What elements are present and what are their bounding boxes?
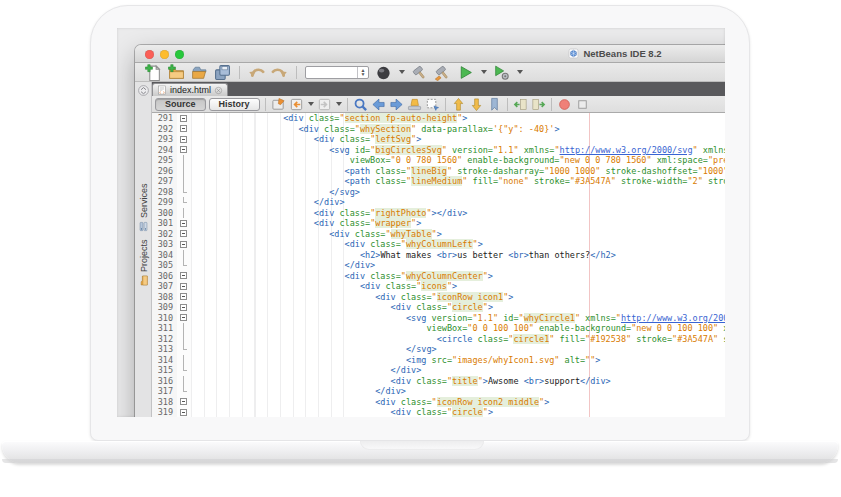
- fold-toggle-icon[interactable]: [177, 124, 191, 135]
- dropdown-caret-icon[interactable]: [308, 102, 314, 106]
- fold-toggle-icon[interactable]: [177, 302, 191, 313]
- history-view-button[interactable]: History: [209, 98, 260, 111]
- next-bookmark-icon[interactable]: [469, 97, 484, 112]
- fold-toggle-icon[interactable]: [177, 271, 191, 282]
- code-line: 306 <div class="whyColumnCenter">: [152, 271, 725, 282]
- last-edit-icon[interactable]: [271, 97, 286, 112]
- clean-build-icon[interactable]: [434, 64, 451, 81]
- line-number: 316: [152, 376, 177, 387]
- fold-toggle-icon[interactable]: [177, 407, 191, 417]
- fold-toggle-icon[interactable]: [177, 313, 191, 324]
- code-line: 318 <div class="iconRow icon2 middle">: [152, 397, 725, 408]
- window-content: Services Projects index.html: [135, 82, 725, 417]
- shift-left-icon[interactable]: [513, 97, 528, 112]
- sidebar-tab-label: Projects: [139, 239, 149, 272]
- code-text: <path class="lineBig" stroke-dasharray="…: [191, 166, 725, 177]
- redo-icon[interactable]: [271, 64, 288, 81]
- code-line: 313 </svg>: [152, 344, 725, 355]
- fold-guide: [177, 365, 191, 376]
- code-line: 315 </div>: [152, 365, 725, 376]
- toggle-bookmark-icon[interactable]: [487, 97, 502, 112]
- toolbar-separator: [445, 98, 446, 111]
- fold-guide: [177, 355, 191, 366]
- fold-guide: [177, 155, 191, 166]
- line-number: 310: [152, 313, 177, 324]
- fold-guide: [177, 260, 191, 271]
- code-text: <div class="rightPhoto"></div>: [191, 208, 725, 219]
- toolbar-separator: [551, 98, 552, 111]
- line-number: 302: [152, 229, 177, 240]
- sidebar-tab-services[interactable]: Services: [136, 183, 151, 232]
- run-project-icon[interactable]: [457, 64, 474, 81]
- window-menu-icon[interactable]: [137, 84, 150, 97]
- shift-right-icon[interactable]: [531, 97, 546, 112]
- line-number: 296: [152, 166, 177, 177]
- fold-toggle-icon[interactable]: [177, 397, 191, 408]
- previous-bookmark-icon[interactable]: [451, 97, 466, 112]
- code-line: 300 <div class="rightPhoto"></div>: [152, 208, 725, 219]
- code-line: 308 <div class="iconRow icon1">: [152, 292, 725, 303]
- code-text: <div class="whyColumnCenter">: [191, 271, 725, 282]
- code-text: <div class="icons">: [191, 281, 725, 292]
- open-project-icon[interactable]: [191, 64, 208, 81]
- deploy-icon[interactable]: [375, 64, 392, 81]
- find-next-icon[interactable]: [389, 97, 404, 112]
- toggle-highlight-icon[interactable]: [407, 97, 422, 112]
- record-macro-icon[interactable]: [557, 97, 572, 112]
- fold-toggle-icon[interactable]: [177, 145, 191, 156]
- line-number: 305: [152, 260, 177, 271]
- toolbar-separator: [296, 66, 297, 79]
- projects-icon: [138, 275, 149, 286]
- tab-label: index.html: [170, 85, 211, 95]
- stop-macro-icon[interactable]: [575, 97, 590, 112]
- fold-guide: [177, 197, 191, 208]
- line-number: 300: [152, 208, 177, 219]
- line-number: 317: [152, 386, 177, 397]
- rectangular-selection-icon[interactable]: [425, 97, 440, 112]
- dropdown-caret-icon[interactable]: [517, 70, 523, 74]
- sidebar-tab-projects[interactable]: Projects: [136, 239, 151, 286]
- code-line: 305 </div>: [152, 260, 725, 271]
- code-line: 293 <div class="leftSvg">: [152, 134, 725, 145]
- code-line: 294 <svg id="bigCirclesSvg" version="1.1…: [152, 145, 725, 156]
- forward-icon[interactable]: [317, 97, 332, 112]
- dropdown-caret-icon[interactable]: [336, 102, 342, 106]
- configuration-combobox[interactable]: ▲▼: [305, 66, 369, 79]
- source-view-button[interactable]: Source: [155, 98, 206, 111]
- line-number: 292: [152, 124, 177, 135]
- code-editor[interactable]: 291 <div class="section fp-auto-height">…: [152, 113, 725, 417]
- debug-project-icon[interactable]: [493, 64, 510, 81]
- dropdown-caret-icon[interactable]: [399, 70, 405, 74]
- laptop-base: [2, 441, 838, 463]
- dropdown-caret-icon[interactable]: [481, 70, 487, 74]
- netbeans-icon: [568, 48, 579, 59]
- html-file-icon: [157, 85, 167, 95]
- line-number: 298: [152, 187, 177, 198]
- new-file-icon[interactable]: [145, 64, 162, 81]
- find-previous-icon[interactable]: [371, 97, 386, 112]
- fold-toggle-icon[interactable]: [177, 281, 191, 292]
- fold-toggle-icon[interactable]: [177, 239, 191, 250]
- new-project-icon[interactable]: [168, 64, 185, 81]
- code-text: </div>: [191, 197, 725, 208]
- fold-toggle-icon[interactable]: [177, 229, 191, 240]
- code-line: 312 <circle class="circle1" fill="#19253…: [152, 334, 725, 345]
- laptop-screen: NetBeans IDE 8.2 ▲▼ Services Projects: [117, 28, 725, 417]
- tab-index-html[interactable]: index.html: [152, 83, 228, 96]
- fold-toggle-icon[interactable]: [177, 113, 191, 124]
- undo-icon[interactable]: [248, 64, 265, 81]
- build-project-icon[interactable]: [411, 64, 428, 81]
- fold-toggle-icon[interactable]: [177, 218, 191, 229]
- save-all-icon[interactable]: [214, 64, 231, 81]
- combobox-stepper-icon[interactable]: ▲▼: [357, 67, 368, 78]
- line-number: 307: [152, 281, 177, 292]
- fold-guide: [177, 166, 191, 177]
- code-text: <div class="whyTable">: [191, 229, 725, 240]
- back-icon[interactable]: [289, 97, 304, 112]
- fold-toggle-icon[interactable]: [177, 292, 191, 303]
- close-icon[interactable]: [214, 86, 223, 95]
- code-text: </div>: [191, 260, 725, 271]
- code-text: <div class="section fp-auto-height">: [191, 113, 725, 124]
- find-icon[interactable]: [353, 97, 368, 112]
- fold-toggle-icon[interactable]: [177, 134, 191, 145]
